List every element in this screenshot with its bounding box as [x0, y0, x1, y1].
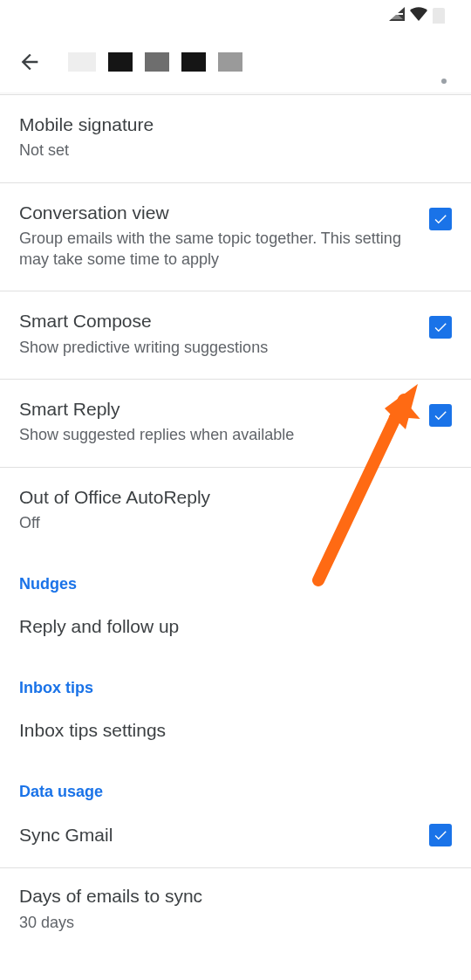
checkbox-smart-reply[interactable] [429, 404, 452, 427]
setting-subtitle: Show suggested replies when available [19, 424, 412, 445]
setting-title: Smart Compose [19, 309, 412, 332]
setting-mobile-signature[interactable]: Mobile signature Not set [0, 95, 471, 182]
section-header-data-usage: Data usage [0, 762, 471, 812]
back-button[interactable] [17, 50, 42, 74]
setting-conversation-view[interactable]: Conversation view Group emails with the … [0, 183, 471, 291]
setting-title: Days of emails to sync [19, 884, 434, 908]
setting-title: Sync Gmail [19, 825, 113, 846]
setting-subtitle: Show predictive writing suggestions [19, 337, 412, 358]
setting-days-to-sync[interactable]: Days of emails to sync 30 days [0, 868, 471, 954]
check-icon [433, 319, 448, 335]
setting-title: Mobile signature [19, 113, 434, 136]
setting-subtitle: 30 days [19, 912, 434, 933]
setting-subtitle: Off [19, 512, 434, 533]
section-header-nudges: Nudges [0, 554, 471, 604]
check-icon [433, 211, 448, 227]
battery-icon [433, 8, 445, 24]
setting-title: Smart Reply [19, 397, 412, 421]
setting-smart-reply[interactable]: Smart Reply Show suggested replies when … [0, 380, 471, 467]
arrow-back-icon [17, 50, 42, 74]
signal-icon [389, 7, 405, 24]
setting-inbox-tips-settings[interactable]: Inbox tips settings [0, 708, 471, 762]
status-bar [0, 0, 471, 31]
setting-smart-compose[interactable]: Smart Compose Show predictive writing su… [0, 291, 471, 379]
setting-subtitle: Not set [19, 140, 434, 161]
check-icon [433, 408, 448, 423]
setting-out-of-office[interactable]: Out of Office AutoReply Off [0, 468, 471, 555]
title-redacted [68, 52, 242, 72]
setting-title: Inbox tips settings [19, 720, 166, 741]
app-bar [0, 31, 471, 93]
setting-reply-follow-up[interactable]: Reply and follow up [0, 604, 471, 658]
checkbox-sync-gmail[interactable] [429, 824, 452, 846]
setting-title: Reply and follow up [19, 616, 179, 637]
menu-dot[interactable] [441, 79, 447, 84]
setting-sync-gmail[interactable]: Sync Gmail [0, 812, 471, 867]
setting-title: Out of Office AutoReply [19, 485, 434, 509]
checkbox-conversation-view[interactable] [429, 208, 452, 230]
section-header-inbox-tips: Inbox tips [0, 658, 471, 708]
setting-subtitle: Group emails with the same topic togethe… [19, 228, 412, 271]
check-icon [433, 827, 448, 843]
checkbox-smart-compose[interactable] [429, 316, 452, 339]
wifi-icon [410, 7, 427, 24]
setting-title: Conversation view [19, 201, 412, 224]
